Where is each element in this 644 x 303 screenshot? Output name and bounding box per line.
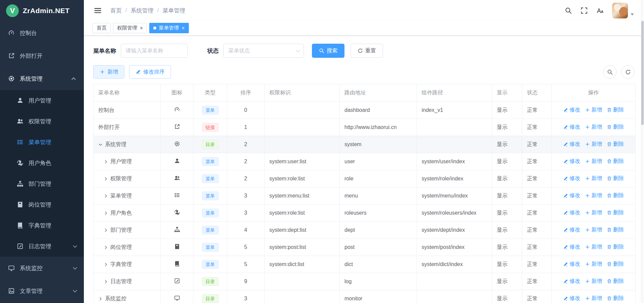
add-link[interactable]: 新增 bbox=[585, 175, 602, 182]
reset-button[interactable]: 重置 bbox=[351, 44, 383, 58]
fullscreen-icon[interactable] bbox=[581, 7, 588, 14]
sidebar-item-8[interactable]: 岗位管理 bbox=[0, 194, 84, 215]
breadcrumb-item[interactable]: 菜单管理 bbox=[162, 7, 185, 14]
sidebar-item-12[interactable]: 文章管理 bbox=[0, 279, 84, 302]
column-header[interactable]: 显示 bbox=[492, 84, 522, 102]
table-row[interactable]: 控制台菜单0dashboardindex_v1显示正常修改新增删除 bbox=[94, 102, 636, 119]
menu-name-input[interactable] bbox=[121, 44, 188, 58]
sidebar-item-1[interactable]: 外部打开 bbox=[0, 44, 84, 67]
sidebar-item-9[interactable]: 字典管理 bbox=[0, 215, 84, 236]
edit-link[interactable]: 修改 bbox=[563, 192, 580, 199]
delete-link[interactable]: 删除 bbox=[607, 158, 624, 165]
add-link[interactable]: 新增 bbox=[585, 226, 602, 233]
delete-link[interactable]: 删除 bbox=[607, 141, 624, 148]
add-link[interactable]: 新增 bbox=[585, 192, 602, 199]
page-scrollbar[interactable] bbox=[641, 0, 644, 303]
search-button[interactable]: 搜索 bbox=[312, 44, 344, 58]
add-link[interactable]: 新增 bbox=[585, 158, 602, 165]
column-header[interactable]: 类型 bbox=[194, 84, 227, 102]
column-header[interactable]: 排序 bbox=[227, 84, 265, 102]
edit-link[interactable]: 修改 bbox=[563, 124, 580, 131]
delete-link[interactable]: 删除 bbox=[607, 226, 624, 233]
breadcrumb-item[interactable]: 系统管理 bbox=[131, 7, 154, 14]
add-link[interactable]: 新增 bbox=[585, 244, 602, 251]
search-icon[interactable] bbox=[565, 7, 572, 14]
tree-expand-icon[interactable] bbox=[98, 142, 103, 147]
tree-expand-icon[interactable] bbox=[104, 211, 108, 215]
column-header[interactable]: 组件路径 bbox=[417, 84, 492, 102]
table-row[interactable]: 系统监控目录3monitor显示正常修改新增删除 bbox=[94, 290, 636, 303]
table-row[interactable]: 外部打开链接1http://www.izhaorui.cn显示正常修改新增删除 bbox=[94, 119, 636, 136]
edit-link[interactable]: 修改 bbox=[563, 226, 580, 233]
status-select[interactable]: 菜单状态 bbox=[223, 44, 304, 58]
avatar[interactable] bbox=[612, 3, 628, 18]
scrollbar-thumb[interactable] bbox=[641, 21, 644, 125]
sidebar-item-11[interactable]: 系统监控 bbox=[0, 257, 84, 279]
sidebar-item-3[interactable]: 用户管理 bbox=[0, 90, 84, 111]
table-row[interactable]: 系统管理目录2system显示正常修改新增删除 bbox=[94, 136, 636, 153]
table-row[interactable]: 权限管理菜单2system:role:listrolesystem/role/i… bbox=[94, 170, 636, 187]
sidebar-item-7[interactable]: 部门管理 bbox=[0, 173, 84, 194]
column-header[interactable]: 图标 bbox=[161, 84, 194, 102]
sidebar-item-4[interactable]: 权限管理 bbox=[0, 111, 84, 132]
edit-link[interactable]: 修改 bbox=[563, 261, 580, 268]
sidebar-item-10[interactable]: 日志管理 bbox=[0, 236, 84, 257]
user-menu[interactable] bbox=[612, 3, 634, 18]
edit-link[interactable]: 修改 bbox=[563, 158, 580, 165]
table-row[interactable]: 日志管理目录9log显示正常修改新增删除 bbox=[94, 273, 636, 290]
tab-1[interactable]: 权限管理× bbox=[113, 23, 147, 33]
tab-2[interactable]: 菜单管理× bbox=[149, 23, 189, 33]
add-link[interactable]: 新增 bbox=[585, 124, 602, 131]
edit-link[interactable]: 修改 bbox=[563, 175, 580, 182]
tab-0[interactable]: 首页 bbox=[93, 23, 111, 33]
table-row[interactable]: 用户角色菜单3system:role:listroleuserssystem/r… bbox=[94, 205, 636, 222]
table-row[interactable]: 岗位管理菜单5system:post:listpostsystem/post/i… bbox=[94, 239, 636, 256]
table-row[interactable]: 字典管理菜单5system:dict:listdictsystem/dict/i… bbox=[94, 256, 636, 273]
sidebar-item-5[interactable]: 菜单管理 bbox=[0, 132, 84, 153]
delete-link[interactable]: 删除 bbox=[607, 295, 624, 302]
hamburger-icon[interactable] bbox=[94, 7, 102, 14]
sidebar-item-2[interactable]: 系统管理 bbox=[0, 67, 84, 90]
tree-expand-icon[interactable] bbox=[104, 228, 108, 232]
breadcrumb-item[interactable]: 首页 bbox=[110, 7, 122, 14]
table-row[interactable]: 用户管理菜单2system:user:listusersystem/user/i… bbox=[94, 153, 636, 170]
table-row[interactable]: 部门管理菜单4system:dept:listdeptsystem/dept/i… bbox=[94, 222, 636, 239]
delete-link[interactable]: 删除 bbox=[607, 261, 624, 268]
column-header[interactable]: 操作 bbox=[552, 84, 636, 102]
delete-link[interactable]: 删除 bbox=[607, 175, 624, 182]
tree-expand-icon[interactable] bbox=[104, 177, 108, 181]
tree-expand-icon[interactable] bbox=[104, 279, 108, 284]
table-row[interactable]: 菜单管理菜单3system:menu:listmenusystem/menu/i… bbox=[94, 187, 636, 205]
add-link[interactable]: 新增 bbox=[585, 209, 602, 216]
column-header[interactable]: 权限标识 bbox=[265, 84, 340, 102]
refresh-button[interactable] bbox=[621, 65, 635, 79]
show-search-button[interactable] bbox=[603, 65, 616, 79]
add-link[interactable]: 新增 bbox=[585, 295, 602, 302]
edit-sort-button[interactable]: 修改排序 bbox=[129, 65, 171, 79]
delete-link[interactable]: 删除 bbox=[607, 244, 624, 251]
tree-expand-icon[interactable] bbox=[104, 245, 108, 250]
edit-link[interactable]: 修改 bbox=[563, 295, 580, 302]
column-header[interactable]: 菜单名称 bbox=[94, 84, 161, 102]
add-link[interactable]: 新增 bbox=[585, 278, 602, 285]
tree-expand-icon[interactable] bbox=[104, 160, 108, 164]
tree-expand-icon[interactable] bbox=[104, 262, 108, 267]
column-header[interactable]: 状态 bbox=[522, 84, 552, 102]
logo[interactable]: V ZrAdmin.NET bbox=[0, 0, 84, 21]
edit-link[interactable]: 修改 bbox=[563, 141, 580, 148]
delete-link[interactable]: 删除 bbox=[607, 192, 624, 199]
edit-link[interactable]: 修改 bbox=[563, 244, 580, 251]
delete-link[interactable]: 删除 bbox=[607, 278, 624, 285]
edit-link[interactable]: 修改 bbox=[563, 209, 580, 216]
delete-link[interactable]: 删除 bbox=[607, 209, 624, 216]
delete-link[interactable]: 删除 bbox=[607, 124, 624, 131]
add-link[interactable]: 新增 bbox=[585, 141, 602, 148]
edit-link[interactable]: 修改 bbox=[563, 106, 580, 114]
tree-expand-icon[interactable] bbox=[98, 297, 103, 301]
column-header[interactable]: 路由地址 bbox=[340, 84, 417, 102]
add-button[interactable]: 新增 bbox=[93, 65, 124, 79]
delete-link[interactable]: 删除 bbox=[607, 106, 624, 114]
add-link[interactable]: 新增 bbox=[585, 106, 602, 114]
tab-close-icon[interactable]: × bbox=[140, 26, 143, 31]
sidebar-item-6[interactable]: 用户角色 bbox=[0, 153, 84, 173]
